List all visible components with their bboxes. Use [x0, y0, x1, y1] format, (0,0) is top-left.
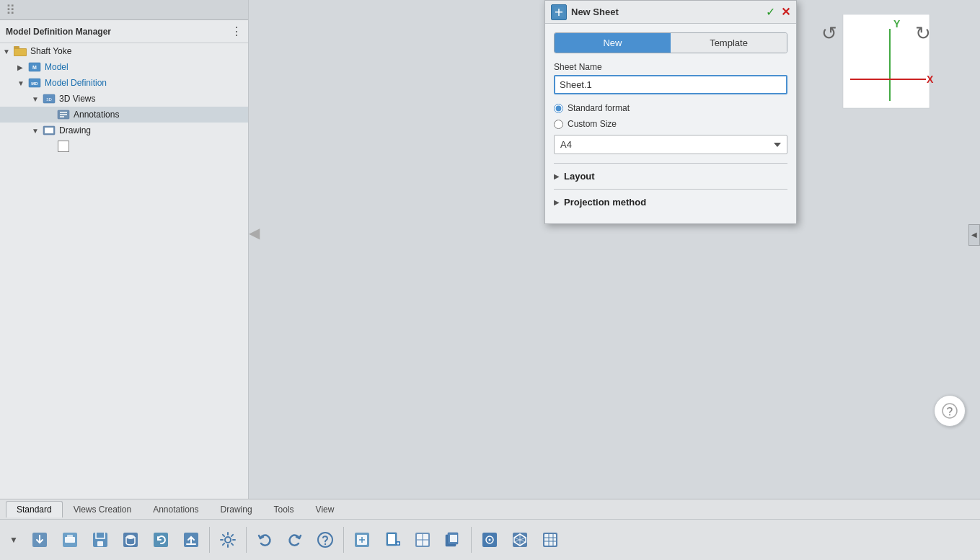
radio-standard-row: Standard format: [554, 103, 787, 113]
arrow-model-def: ▼: [17, 79, 27, 87]
format-dropdown[interactable]: A4 A3 A2 A1 A0 Letter Legal: [554, 135, 787, 154]
tree-item-3dviews[interactable]: ▼ 3D 3D Views: [0, 91, 248, 107]
3dviews-icon: 3D: [42, 93, 56, 105]
dialog-titlebar: New Sheet ✓ ✕: [545, 1, 796, 24]
tree-item-drawing[interactable]: ▼ Drawing: [0, 123, 248, 138]
select-button[interactable]: [348, 524, 376, 556]
toolbar-row: ▼: [0, 520, 980, 560]
tree-item-shaft-yoke[interactable]: ▼ Shaft Yoke: [0, 43, 248, 59]
radio-custom-row: Custom Size: [554, 119, 787, 129]
database-button[interactable]: [116, 524, 145, 556]
svg-point-26: [949, 414, 950, 416]
svg-point-34: [126, 535, 135, 539]
svg-rect-32: [97, 541, 103, 546]
nav-arrow-left[interactable]: ◀: [249, 224, 260, 241]
sheet-add-button[interactable]: [378, 524, 407, 556]
sidebar-header: Model Definition Manager ⋮: [0, 20, 248, 43]
svg-text:3D: 3D: [46, 97, 52, 102]
tab-strip: Standard Views Creation Annotations Draw…: [0, 499, 980, 520]
tab-annotations[interactable]: Annotations: [142, 501, 209, 517]
projection-arrow-icon: ▶: [554, 198, 560, 206]
save-button[interactable]: [86, 524, 115, 556]
settings-button[interactable]: [213, 524, 242, 556]
tab-standard[interactable]: Standard: [6, 501, 63, 517]
arrow-shaft-yoke: ▼: [3, 48, 13, 55]
projection-section: ▶ Projection method: [554, 189, 787, 215]
update-button[interactable]: [146, 524, 175, 556]
annotations-icon: [56, 109, 71, 120]
help-button[interactable]: [934, 395, 966, 427]
component-button[interactable]: [56, 524, 84, 556]
tree-item-model-def[interactable]: ▼ MD Model Definition: [0, 75, 248, 91]
sidebar-title: Model Definition Manager: [6, 27, 111, 37]
radio-custom-label: Custom Size: [568, 119, 617, 129]
sheet-view-button[interactable]: [408, 524, 437, 556]
model-def-icon: MD: [27, 77, 42, 89]
collapse-arrow-icon: ◀: [971, 231, 977, 239]
radio-custom[interactable]: [554, 120, 563, 129]
svg-rect-24: [558, 9, 560, 16]
tree-item-sheet[interactable]: [0, 138, 248, 154]
tab-view[interactable]: View: [305, 501, 345, 517]
3d-view-button[interactable]: [506, 524, 534, 556]
sheet-name-input[interactable]: [554, 75, 787, 94]
tab-template[interactable]: Template: [671, 33, 787, 53]
layout-collapse-header[interactable]: ▶ Layout: [554, 169, 787, 183]
dropdown-row: A4 A3 A2 A1 A0 Letter Legal: [554, 135, 787, 154]
svg-point-25: [943, 404, 957, 418]
dialog-icon: [551, 4, 567, 20]
new-sheet-dialog: New Sheet ✓ ✕ New Template Sheet Name St…: [544, 0, 797, 224]
undo-button[interactable]: [250, 524, 279, 556]
sidebar-menu-icon[interactable]: ⋮: [231, 25, 242, 38]
tab-tools[interactable]: Tools: [263, 501, 305, 517]
drawing-label: Drawing: [59, 125, 91, 135]
bottom-toolbar: Standard Views Creation Annotations Draw…: [0, 499, 980, 560]
model-icon: M: [27, 61, 42, 73]
svg-point-40: [325, 543, 326, 545]
arrow-model: ▶: [17, 63, 27, 71]
tree-item-model[interactable]: ▶ M Model: [0, 59, 248, 75]
dialog-confirm-button[interactable]: ✓: [766, 5, 775, 19]
layout-arrow-icon: ▶: [554, 172, 560, 180]
dialog-tab-row: New Template: [554, 32, 787, 53]
annotations-label: Annotations: [74, 110, 119, 120]
export-button[interactable]: [177, 524, 206, 556]
sheet-name-label: Sheet Name: [554, 62, 787, 72]
model-label: Model: [45, 62, 69, 72]
svg-text:M: M: [32, 65, 37, 70]
svg-rect-46: [388, 534, 395, 544]
dialog-close-button[interactable]: ✕: [781, 5, 790, 19]
snap-button[interactable]: [475, 524, 504, 556]
tab-drawing[interactable]: Drawing: [210, 501, 263, 517]
import-button[interactable]: [25, 524, 54, 556]
folder-icon: [13, 45, 27, 57]
shaft-yoke-label: Shaft Yoke: [30, 46, 71, 56]
svg-rect-29: [65, 537, 75, 543]
redo-button[interactable]: [281, 524, 309, 556]
tree-item-annotations[interactable]: Annotations: [0, 107, 248, 123]
dialog-body: New Template Sheet Name Standard format …: [545, 24, 796, 223]
collapse-sidebar-button[interactable]: ◀: [968, 224, 980, 246]
dialog-title: New Sheet: [571, 6, 766, 17]
projection-title: Projection method: [564, 197, 646, 208]
svg-text:Y: Y: [893, 18, 901, 30]
sheets-button[interactable]: [438, 524, 467, 556]
tab-views-creation[interactable]: Views Creation: [63, 501, 142, 517]
sidebar: ⠿ Model Definition Manager ⋮ ▼ Shaft Yok…: [0, 0, 249, 499]
projection-collapse-header[interactable]: ▶ Projection method: [554, 195, 787, 209]
svg-rect-14: [45, 128, 53, 133]
arrow-drawing: ▼: [32, 127, 42, 135]
tab-new[interactable]: New: [555, 33, 671, 53]
toolbar-divider-4: [471, 527, 472, 553]
sheet-icon: [56, 141, 71, 152]
radio-standard[interactable]: [554, 104, 563, 113]
toolbar-divider-3: [343, 527, 344, 553]
svg-rect-2: [14, 49, 26, 55]
svg-point-38: [225, 537, 231, 543]
table-button[interactable]: [536, 524, 565, 556]
help-toolbar-button[interactable]: [311, 524, 340, 556]
tree-container: ▼ Shaft Yoke ▶ M: [0, 43, 248, 154]
arrow-3dviews: ▼: [32, 95, 42, 103]
3dviews-label: 3D Views: [59, 94, 95, 104]
toolbar-expand-button[interactable]: ▼: [6, 532, 22, 548]
